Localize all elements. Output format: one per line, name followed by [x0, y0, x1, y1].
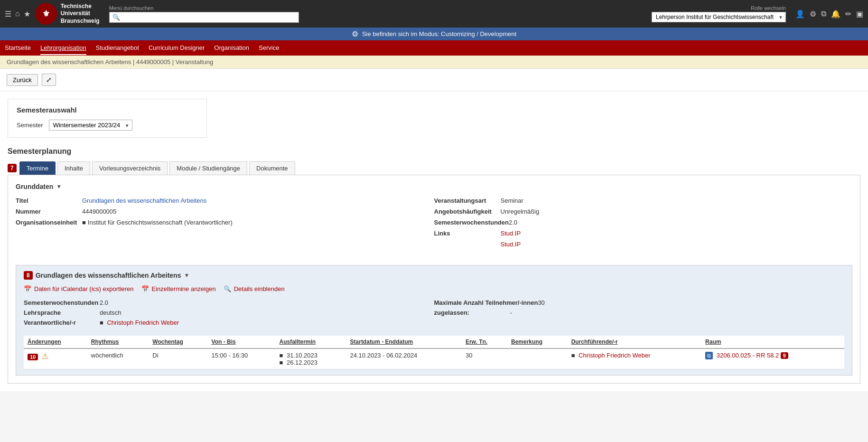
tab-termine[interactable]: Termine — [19, 161, 56, 175]
breadcrumb: Grundlagen des wissenschaftlichen Arbeit… — [0, 56, 868, 69]
section8-badge: 8 — [24, 271, 33, 280]
cell-durchfuehrende: ■ Christoph Friedrich Weber — [568, 348, 701, 369]
info-label-sws: Semesterwochenstunden — [24, 299, 100, 306]
gd-label-angebotshaefigkeit: Angebotshäufigkeit — [434, 208, 501, 215]
top-icons-right: 👤 ⚙ ⧉ 🔔 ✏ ▣ — [795, 9, 863, 19]
semesterauswahl-box: Semesterauswahl Semester Wintersemester … — [8, 99, 207, 138]
tab-badge-termine: 7 — [8, 164, 17, 172]
tab-vorlesungsverzeichnis[interactable]: Vorlesungsverzeichnis — [92, 161, 168, 175]
col-startdatum: Startdatum - Enddatum — [346, 336, 462, 348]
logo-text: Technische Universität Braunschweig — [61, 3, 100, 25]
search-icon: 🔍 — [112, 14, 120, 21]
action-bar: Zurück ⤢ — [0, 69, 868, 91]
star-icon[interactable]: ★ — [24, 9, 30, 19]
gd-value-links1: Stud.IP — [501, 230, 521, 237]
nav-item-lehrorganisation[interactable]: Lehrorganisation — [40, 41, 86, 55]
bell-icon[interactable]: 🔔 — [831, 9, 840, 19]
top-bar: ☰ ⌂ ★ ⚜ Technische Universität Braunschw… — [0, 0, 868, 28]
gd-row-links: Links Stud.IP — [434, 230, 853, 237]
nav-item-service[interactable]: Service — [259, 41, 279, 55]
ical-export-link[interactable]: 📅 Daten für iCalendar (ics) exportieren — [24, 285, 134, 292]
cell-startdatum: 24.10.2023 - 06.02.2024 — [346, 348, 462, 369]
cell-wochentag: Di — [149, 348, 207, 369]
table-header-row: Änderungen Rhythmus Wochentag Von - Bis … — [24, 336, 844, 348]
top-bar-icons: ☰ ⌂ ★ — [5, 9, 30, 19]
info-value-sws: 2.0 — [100, 299, 108, 306]
menu-icon[interactable]: ☰ — [5, 9, 11, 19]
window-icon[interactable]: ⧉ — [821, 9, 826, 18]
gear-icon[interactable]: ⚙ — [352, 29, 358, 38]
cell-von-bis: 15:00 - 16:30 — [208, 348, 276, 369]
info-label-maxtn: Maximale Anzahl Teilnehmer/-innen — [434, 299, 538, 306]
info-label-sprache: Lehrsprache — [24, 309, 100, 316]
cell-erw-tn: 30 — [462, 348, 507, 369]
settings-icon[interactable]: ⚙ — [810, 9, 816, 19]
dev-bar-text: Sie befinden sich im Modus: Customizing … — [362, 30, 516, 38]
gd-label-links: Links — [434, 230, 501, 237]
home-icon[interactable]: ⌂ — [15, 9, 20, 18]
info-value-verantwortliche: ■ Christoph Friedrich Weber — [100, 319, 179, 326]
grunddaten-left: Titel Grundlagen des wissenschaftlichen … — [16, 197, 434, 255]
col-erw-tn: Erw. Tn. — [462, 336, 507, 348]
info-grid: Semesterwochenstunden 2.0 Lehrsprache de… — [24, 299, 844, 329]
edit-icon[interactable]: ✏ — [845, 9, 851, 19]
grunddaten-right: Veranstaltungsart Seminar Angebotshäufig… — [434, 197, 853, 255]
share-button[interactable]: ⤢ — [42, 74, 56, 86]
section8-actions: 📅 Daten für iCalendar (ics) exportieren … — [24, 285, 844, 292]
semester-select[interactable]: Wintersemester 2023/24 — [49, 120, 132, 131]
details-einblenden-link[interactable]: 🔍 Details einblenden — [224, 285, 285, 292]
role-area: Rolle wechseln Lehrperson Institut für G… — [652, 5, 786, 22]
gd-label-titel: Titel — [16, 197, 82, 204]
row-badge-10: 10 — [28, 354, 38, 360]
nav-item-curriculum[interactable]: Curriculum Designer — [149, 41, 205, 55]
section8-header: 8 Grundlagen des wissenschaftlichen Arbe… — [24, 271, 844, 280]
info-value-sprache: deutsch — [100, 309, 121, 316]
zoom-icon: 🔍 — [224, 285, 231, 292]
section8: 8 Grundlagen des wissenschaftlichen Arbe… — [16, 265, 852, 376]
gd-row-sws: Semesterwochenstunden 2.0 — [434, 219, 853, 226]
row-badge-9: 9 — [781, 352, 788, 359]
gd-value-nummer: 4449000005 — [82, 208, 116, 215]
tab-dokumente[interactable]: Dokumente — [249, 161, 295, 175]
grunddaten-collapse-icon[interactable]: ▼ — [56, 183, 62, 190]
grunddaten-header: Grunddaten ▼ — [16, 183, 852, 190]
back-button[interactable]: Zurück — [7, 74, 38, 86]
nav-item-organisation[interactable]: Organisation — [214, 41, 249, 55]
info-value-maxtn: 30 — [538, 299, 544, 306]
table-row: 10 ⚠ wöchentlich Di 15:00 - 16:30 ■ 31.1… — [24, 348, 844, 369]
search-input[interactable] — [122, 14, 296, 21]
role-select[interactable]: Lehrperson Institut für Geschichtswissen… — [652, 12, 786, 22]
person-icon[interactable]: 👤 — [795, 9, 805, 19]
col-wochentag: Wochentag — [149, 336, 207, 348]
gd-row-titel: Titel Grundlagen des wissenschaftlichen … — [16, 197, 434, 204]
einzeltermine-link[interactable]: 📅 Einzeltermine anzeigen — [141, 285, 216, 292]
durchfuehrende-link[interactable]: Christoph Friedrich Weber — [579, 352, 650, 359]
gd-value-links2: Stud.IP — [501, 241, 521, 248]
layout-icon[interactable]: ▣ — [856, 9, 863, 19]
raum-link[interactable]: 3206.00.025 - RR 58.2 — [717, 352, 779, 359]
calendar-icon-2: 📅 — [141, 285, 149, 292]
gd-value-angebotshaefigkeit: Unregelmäßig — [501, 208, 540, 215]
col-ausfalltermin: Ausfalltermin — [276, 336, 346, 348]
studip-link-2[interactable]: Stud.IP — [501, 241, 521, 248]
search-area: Menü durchsuchen 🔍 — [109, 5, 299, 23]
cell-aenderungen: 10 ⚠ — [24, 348, 87, 369]
verantwortliche-link[interactable]: Christoph Friedrich Weber — [107, 319, 178, 326]
col-raum: Raum — [701, 336, 844, 348]
gd-value-orgeinheit: ■Institut für Geschichtswissenschaft (Ve… — [82, 219, 233, 226]
info-row-sprache: Lehrsprache deutsch — [24, 309, 434, 316]
grunddaten-grid: Titel Grundlagen des wissenschaftlichen … — [16, 197, 852, 255]
studip-link-1[interactable]: Stud.IP — [501, 230, 521, 237]
search-label: Menü durchsuchen — [109, 5, 299, 11]
nav-item-studienangebot[interactable]: Studienangebot — [96, 41, 139, 55]
cell-ausfalltermin: ■ 31.10.2023 ■ 26.12.2023 — [276, 348, 346, 369]
logo-area: ⚜ Technische Universität Braunschweig — [35, 3, 100, 25]
info-right: Maximale Anzahl Teilnehmer/-innen 30 zug… — [434, 299, 845, 329]
info-row-maxtn: Maximale Anzahl Teilnehmer/-innen 30 — [434, 299, 845, 306]
section8-collapse-icon[interactable]: ▼ — [184, 272, 189, 279]
tab-module[interactable]: Module / Studiengänge — [169, 161, 247, 175]
info-label-verantwortliche: Verantwortliche/-r — [24, 319, 100, 326]
nav-item-startseite[interactable]: Startseite — [5, 41, 31, 55]
tab-inhalte[interactable]: Inhalte — [57, 161, 90, 175]
tab-content-termine: Grunddaten ▼ Titel Grundlagen des wissen… — [8, 175, 860, 384]
